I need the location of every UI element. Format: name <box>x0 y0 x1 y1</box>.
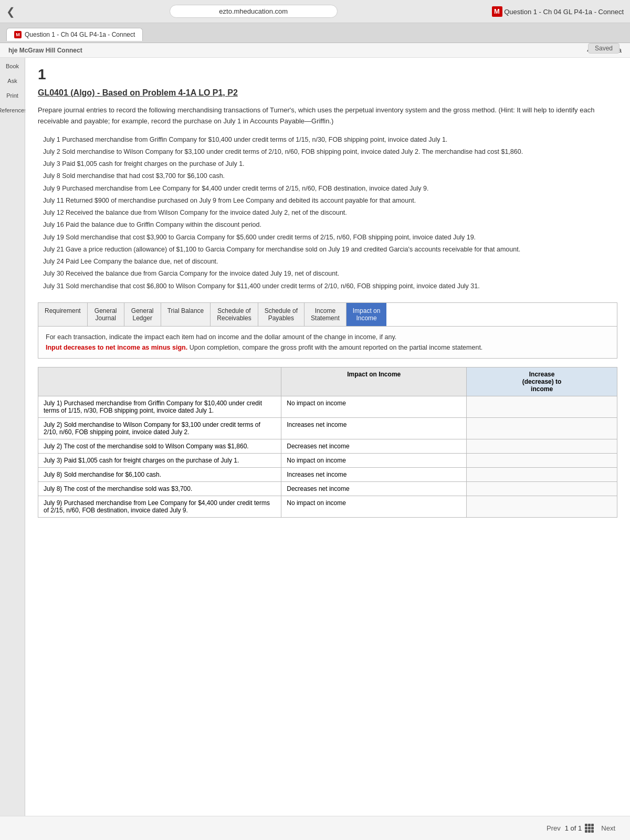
transaction-item-8: July 16 Paid the balance due to Griffin … <box>43 219 617 230</box>
tab-schedule-receivables-label: Schedule ofReceivables <box>217 307 251 322</box>
transaction-item-5: July 9 Purchased merchandise from Lee Co… <box>43 183 617 194</box>
tab-income-statement[interactable]: IncomeStatement <box>304 303 346 326</box>
transaction-item-6: July 11 Returned $900 of merchandise pur… <box>43 195 617 206</box>
page-header: hje McGraw Hill Connect 4 GL P4-1a Saved <box>0 43 630 58</box>
transaction-item-13: July 31 Sold merchandise that cost $6,80… <box>43 281 617 292</box>
tab-schedule-payables-label: Schedule ofPayables <box>265 307 298 322</box>
impact-table: Impact on Income Increase(decrease) toin… <box>38 367 617 518</box>
transaction-list: July 1 Purchased merchandise from Griffi… <box>38 134 617 292</box>
pagination: Prev 1 of 1 Next <box>0 816 630 840</box>
transaction-item-4: July 8 Sold merchandise that had cost $3… <box>43 171 617 182</box>
instructions-text: Prepare journal entries to record the fo… <box>38 105 617 127</box>
page-info: 1 of 1 <box>565 824 582 832</box>
row-2-increase[interactable] <box>467 417 617 439</box>
saved-badge: Saved <box>588 43 620 54</box>
transaction-item-11: July 24 Paid Lee Company the balance due… <box>43 256 617 267</box>
table-row: July 3) Paid $1,005 cash for freight cha… <box>38 453 617 467</box>
page-header-left: hje McGraw Hill Connect <box>8 47 82 54</box>
browser-tab: M Question 1 - Ch 04 GL P4-1a - Connect <box>492 6 624 17</box>
transaction-item-1: July 1 Purchased merchandise from Griffi… <box>43 134 617 145</box>
content-area: 1 GL0401 (Algo) - Based on Problem 4-1A … <box>25 58 630 840</box>
requirement-tabs: Requirement GeneralJournal GeneralLedger… <box>38 302 617 326</box>
grid-view-icon[interactable] <box>585 824 594 833</box>
browser-back-button[interactable]: ❮ <box>6 5 15 18</box>
tab-general-journal-label: GeneralJournal <box>94 307 117 322</box>
row-6-increase[interactable] <box>467 481 617 496</box>
transaction-item-10: July 21 Gave a price reduction (allowanc… <box>43 244 617 255</box>
page-header-right: 4 GL P4-1a Saved <box>587 46 622 54</box>
tab-bar: M Question 1 - Ch 04 GL P4-1a - Connect <box>0 23 630 43</box>
transaction-item-9: July 19 Sold merchandise that cost $3,90… <box>43 232 617 243</box>
table-row: July 1) Purchased merchandise from Griff… <box>38 396 617 417</box>
table-header-impact: Impact on Income <box>281 367 467 396</box>
table-row: July 8) The cost of the merchandise sold… <box>38 481 617 496</box>
table-header-increase: Increase(decrease) toincome <box>467 367 617 396</box>
address-bar[interactable]: ezto.mheducation.com <box>170 5 338 18</box>
instructions-part1: For each transaction, indicate the impac… <box>46 333 396 341</box>
table-row: July 2) The cost of the merchandise sold… <box>38 439 617 453</box>
row-7-impact: No impact on income <box>281 496 467 517</box>
transaction-item-2: July 2 Sold merchandise to Wilson Compan… <box>43 146 617 158</box>
tab-label: Question 1 - Ch 04 GL P4-1a - Connect <box>504 7 624 15</box>
tab-income-statement-label: IncomeStatement <box>311 307 340 322</box>
row-5-desc: July 8) Sold merchandise for $6,100 cash… <box>38 467 281 481</box>
row-6-impact: Decreases net income <box>281 481 467 496</box>
prev-button[interactable]: Prev <box>547 824 561 832</box>
row-4-desc: July 3) Paid $1,005 cash for freight cha… <box>38 453 281 467</box>
tab-general-ledger-label: GeneralLedger <box>131 307 154 322</box>
row-7-desc: July 9) Purchased merchandise from Lee C… <box>38 496 281 517</box>
hje-logo: hje McGraw Hill Connect <box>8 47 82 54</box>
browser-chrome: ❮ ezto.mheducation.com M Question 1 - Ch… <box>0 0 630 23</box>
instructions-part2: Input decreases to net income as minus s… <box>46 344 187 351</box>
tab-requirement-label: Requirement <box>45 307 81 314</box>
sidebar-item-references[interactable]: References <box>0 107 27 113</box>
row-2-impact: Increases net income <box>281 417 467 439</box>
transaction-item-12: July 30 Received the balance due from Ga… <box>43 268 617 279</box>
table-row: July 2) Sold merchandise to Wilson Compa… <box>38 417 617 439</box>
m-logo-icon: M <box>492 6 502 17</box>
row-5-increase[interactable] <box>467 467 617 481</box>
tab-impact-on-income-label: Impact onIncome <box>353 307 381 322</box>
transaction-item-3: July 3 Paid $1,005 cash for freight char… <box>43 159 617 170</box>
transaction-item-7: July 12 Received the balance due from Wi… <box>43 207 617 218</box>
sidebar: Book Ask Print References <box>0 58 25 840</box>
sidebar-item-book[interactable]: Book <box>6 63 19 69</box>
row-3-impact: Decreases net income <box>281 439 467 453</box>
sidebar-item-print[interactable]: Print <box>6 92 18 99</box>
row-1-increase[interactable] <box>467 396 617 417</box>
tab-schedule-receivables[interactable]: Schedule ofReceivables <box>211 303 258 326</box>
row-6-desc: July 8) The cost of the merchandise sold… <box>38 481 281 496</box>
tab-impact-on-income[interactable]: Impact onIncome <box>346 303 387 326</box>
row-3-desc: July 2) The cost of the merchandise sold… <box>38 439 281 453</box>
row-4-impact: No impact on income <box>281 453 467 467</box>
row-4-increase[interactable] <box>467 453 617 467</box>
row-2-desc: July 2) Sold merchandise to Wilson Compa… <box>38 417 281 439</box>
instructions-box: For each transaction, indicate the impac… <box>38 326 617 359</box>
next-button[interactable]: Next <box>601 824 615 832</box>
tab-schedule-payables[interactable]: Schedule ofPayables <box>258 303 304 326</box>
table-row: July 8) Sold merchandise for $6,100 cash… <box>38 467 617 481</box>
tab-general-journal[interactable]: GeneralJournal <box>88 303 124 326</box>
table-row: July 9) Purchased merchandise from Lee C… <box>38 496 617 517</box>
row-5-impact: Increases net income <box>281 467 467 481</box>
row-1-impact: No impact on income <box>281 396 467 417</box>
main-content: Book Ask Print References 1 GL0401 (Algo… <box>0 58 630 840</box>
instructions-part3: Upon completion, compare the gross profi… <box>190 344 483 351</box>
tab-requirement[interactable]: Requirement <box>38 303 88 326</box>
tab-m-icon: M <box>14 31 22 38</box>
page-number: 1 <box>38 66 617 83</box>
row-3-increase[interactable] <box>467 439 617 453</box>
tab-trial-balance[interactable]: Trial Balance <box>161 303 211 326</box>
tab-trial-balance-label: Trial Balance <box>167 307 204 314</box>
browser-tab-item[interactable]: M Question 1 - Ch 04 GL P4-1a - Connect <box>6 28 143 41</box>
sidebar-item-ask[interactable]: Ask <box>7 78 17 84</box>
problem-title: GL0401 (Algo) - Based on Problem 4-1A LO… <box>38 88 617 98</box>
row-7-increase[interactable] <box>467 496 617 517</box>
row-1-desc: July 1) Purchased merchandise from Griff… <box>38 396 281 417</box>
tab-title: Question 1 - Ch 04 GL P4-1a - Connect <box>25 31 135 38</box>
tab-general-ledger[interactable]: GeneralLedger <box>124 303 161 326</box>
table-header-description <box>38 367 281 396</box>
